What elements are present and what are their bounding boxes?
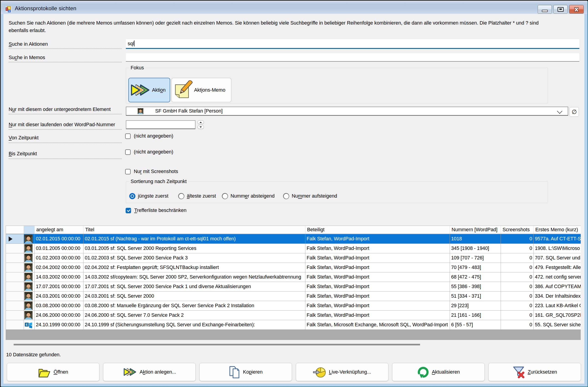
label-fragment: c — [15, 55, 17, 60]
button-row: Öffnen Aktion anlegen... Kopieren Live-V… — [7, 363, 581, 381]
button-label: Live-Verknüpfung... — [329, 369, 371, 375]
row-icon-cell — [24, 234, 34, 244]
label-suche-in-memos: Suche in Memos — [9, 55, 45, 60]
row-selector-cell[interactable] — [6, 282, 24, 291]
cell-erstes-memo: 334. Der Inhaltsindex- — [533, 291, 581, 301]
label-wordpad-nummer: Nur mit dieser laufenden oder WordPad-Nu… — [9, 122, 115, 128]
wordpad-nummer-input[interactable] — [126, 120, 195, 129]
grid-row[interactable]: 24.10.1999 00:00:00 24.10.1999 sf (Siche… — [6, 320, 581, 330]
radio-nummer-aufsteigend[interactable]: Nummer aufsteigend — [283, 193, 337, 199]
element-clear-button[interactable]: ∅ — [569, 107, 579, 117]
grid-row[interactable]: 03.08.2000 00:00:00 03.08.2000 sf: Manue… — [6, 301, 581, 310]
trefferliste-checkbox[interactable] — [126, 208, 131, 213]
label-von-zeitpunkt: Von Zeitpunkt — [9, 135, 39, 141]
header-erstes-memo[interactable]: Erstes Memo (kurz) — [533, 226, 581, 234]
fokus-aktions-memo-button[interactable]: Aktions-Memo — [171, 78, 231, 102]
zuruecksetzen-button[interactable]: Zurücksetzen — [488, 363, 581, 381]
cell-beteiligt: Falk Stefan, WordPad-Import — [305, 310, 450, 320]
label-fragment: n — [163, 87, 166, 93]
von-zeitpunkt-checkbox[interactable] — [125, 134, 131, 139]
row-selector-cell[interactable] — [6, 272, 24, 282]
grid-row[interactable]: 02.01.2015 00:00:00 02.01.2015 sf (Nacht… — [6, 234, 581, 244]
titlebar[interactable]: Aktionsprotokolle sichten x — [1, 1, 587, 14]
close-button[interactable]: x — [569, 5, 584, 14]
header-row-selector[interactable] — [6, 226, 24, 234]
label-fragment: ur mit dieser laufenden oder WordPad-Num… — [12, 122, 115, 127]
suche-in-memos-input[interactable] — [126, 53, 579, 62]
cell-screenshots: 0 — [501, 263, 533, 272]
cell-nummern: 55 [386 - 398] — [450, 282, 501, 291]
label-fragment: ffnen — [57, 369, 68, 375]
row-selector-cell[interactable] — [6, 253, 24, 263]
grid-row[interactable]: 01.02.2003 00:00:00 01.02.2003 sf: SQL S… — [6, 253, 581, 263]
suche-in-aktionen-input[interactable]: sql — [126, 39, 579, 49]
row-selector-cell[interactable] — [6, 310, 24, 320]
row-selector-cell[interactable] — [6, 263, 24, 272]
element-combobox[interactable]: SF GmbH Falk Stefan [Person] — [126, 107, 568, 116]
text-caret — [134, 40, 134, 46]
horizontal-scrollbar-thumb[interactable] — [14, 344, 420, 345]
header-angelegt-am[interactable]: angelegt am — [34, 226, 83, 234]
grid-row[interactable]: 24.03.2001 00:00:00 24.03.2001 sf: SQL S… — [6, 291, 581, 301]
label-fragment: on Zeitpunkt — [12, 135, 39, 140]
live-verknuepfung-button[interactable]: Live-Verknüpfung... — [296, 363, 388, 381]
row-selector-cell[interactable] — [6, 244, 24, 253]
header-screenshots[interactable]: Screenshots — [501, 226, 533, 234]
label-fragment: tion anlegen... — [146, 369, 176, 375]
dialog-window: Aktionsprotokolle sichten x Suchen Sie n… — [1, 1, 587, 386]
label-fragment: o — [160, 87, 163, 93]
radio-juengste-zuerst[interactable]: jüngste zuerst — [129, 193, 178, 199]
cell-nummern: 51 [334 - 371] — [450, 291, 501, 301]
cell-nummern: 21 [161 - 166] — [450, 310, 501, 320]
aktualisieren-button[interactable]: Aktualisieren — [392, 363, 485, 381]
close-icon: x — [574, 6, 579, 13]
cell-titel: 03.01.2005 sf: SQL Server 2000 Reporting… — [83, 244, 305, 253]
sortierung-groupbox: Sortierung nach Zeitpunkt jüngste zuerst… — [126, 181, 548, 203]
row-selector-cell[interactable] — [6, 291, 24, 301]
spin-down-icon — [200, 126, 202, 128]
cell-titel: 02.04.2002 sf: Festplatten geprüft; SFSQ… — [83, 263, 305, 272]
trefferliste-label: Trefferliste beschränken — [134, 208, 186, 213]
grid-row[interactable]: 17.07.2001 00:00:00 17.07.2001 sf: SQL S… — [6, 282, 581, 291]
grid-row[interactable]: 14.03.2002 00:00:00 14.03.2002 sf/copyte… — [6, 272, 581, 282]
header-icon-column[interactable] — [24, 226, 34, 234]
label-fragment: A — [140, 369, 143, 375]
cell-titel: 14.03.2002 sf/copyteam: SQL Server 2000 … — [83, 272, 305, 282]
radio-label: Nummer absteigend — [231, 193, 275, 199]
row-icon-cell — [24, 263, 34, 272]
row-selector-cell[interactable] — [6, 320, 24, 330]
label-bis-zeitpunkt: Bis Zeitpunkt — [9, 151, 37, 157]
grid-row[interactable]: 24.06.2000 00:00:00 24.06.2000 sf: SQL S… — [6, 310, 581, 320]
bis-zeitpunkt-checkbox[interactable] — [125, 149, 131, 155]
grid-row[interactable]: 02.04.2002 00:00:00 02.04.2002 sf: Festp… — [6, 263, 581, 272]
row-icon-cell — [24, 253, 34, 263]
fokus-aktion-button[interactable]: Aktion — [128, 78, 170, 102]
person-avatar-icon — [24, 263, 33, 272]
person-avatar-icon — [24, 254, 33, 262]
kopieren-button[interactable]: Kopieren — [199, 363, 292, 381]
cell-beteiligt: Falk Stefan, WordPad-Import — [305, 263, 450, 272]
person-avatar-icon — [24, 273, 33, 281]
radio-aelteste-zuerst[interactable]: älteste zuerst — [178, 193, 222, 199]
fokus-aktions-memo-label: Aktions-Memo — [194, 87, 225, 93]
nur-mit-screenshots-checkbox[interactable] — [125, 169, 131, 174]
radio-nummer-absteigend[interactable]: Nummer absteigend — [222, 193, 283, 199]
person-avatar-icon — [24, 292, 33, 300]
grid-row[interactable]: 03.01.2005 00:00:00 03.01.2005 sf: SQL S… — [6, 244, 581, 253]
spin-up-button[interactable] — [197, 120, 204, 124]
minimize-button[interactable] — [538, 5, 552, 14]
spin-down-button[interactable] — [197, 125, 204, 129]
row-selector-cell[interactable] — [6, 234, 24, 244]
von-zeitpunkt-checkbox-label: (nicht angegeben) — [134, 133, 173, 139]
header-nummern[interactable]: Nummern [WordPad] — [450, 226, 501, 234]
cell-screenshots: 0 — [501, 310, 533, 320]
oeffnen-button[interactable]: Öffnen — [7, 363, 99, 381]
row-selector-cell[interactable] — [6, 301, 24, 310]
header-beteiligt[interactable]: Beteiligt — [305, 226, 450, 234]
window-title: Aktionsprotokolle sichten — [15, 5, 76, 12]
label-fragment: Numm — [231, 193, 245, 199]
header-titel[interactable]: Titel — [83, 226, 305, 234]
cell-beteiligt: Falk Stefan, WordPad-Import — [305, 301, 450, 310]
maximize-button[interactable] — [553, 5, 567, 14]
aktion-anlegen-button[interactable]: Aktion anlegen... — [103, 363, 196, 381]
